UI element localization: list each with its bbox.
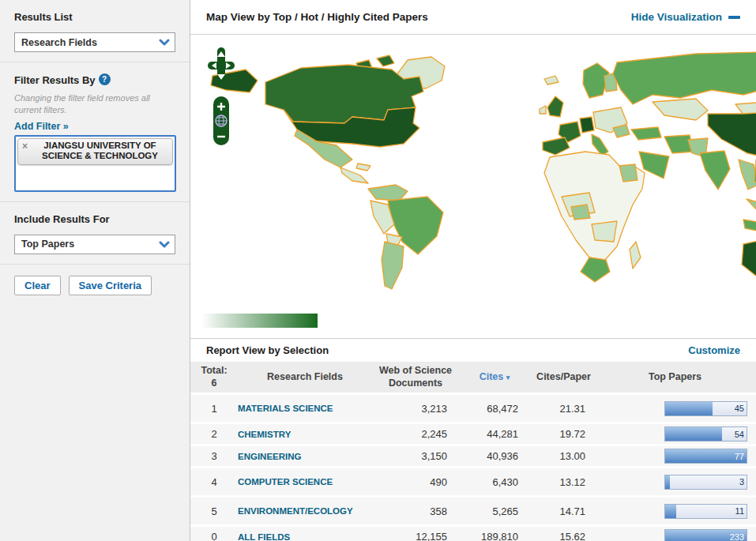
table-row: 1 MATERIALS SCIENCE 3,213 68,472 21.31 4… (190, 395, 756, 422)
zoom-control[interactable] (213, 96, 229, 145)
top-papers-value: 54 (735, 427, 744, 441)
report-title: Report View by Selection (206, 344, 329, 356)
include-results-heading: Include Results For (14, 213, 175, 225)
sidebar-buttons: Clear Save Criteria (0, 265, 190, 306)
map-color-legend (201, 314, 318, 328)
documents-cell: 3,213 (372, 403, 459, 415)
cites-cell: 6,430 (459, 476, 530, 488)
sort-down-icon: ▾ (506, 374, 510, 381)
rank-cell: 0 (190, 531, 238, 541)
field-link[interactable]: ALL FIELDS (238, 532, 372, 541)
cites-cell: 5,265 (459, 505, 530, 517)
results-list-value: Research Fields (21, 37, 97, 48)
cites-paper-cell: 15.62 (530, 531, 597, 541)
table-row: 4 COMPUTER SCIENCE 490 6,430 13.12 3 (190, 468, 756, 495)
total-header: Total: 6 (190, 362, 238, 393)
top-papers-value: 11 (735, 505, 744, 518)
field-link[interactable]: ENVIRONMENT/ECOLOGY (238, 505, 372, 517)
filter-tag-label: JIANGSU UNIVERSITY OF SCIENCE & TECHNOLO… (31, 141, 169, 163)
top-papers-bar: 77 (597, 449, 753, 464)
include-results-value: Top Papers (21, 239, 74, 250)
table-header-row: Total: 6 Research Fields Web of Science … (190, 362, 756, 393)
chevron-down-icon (159, 39, 170, 46)
cites-paper-cell: 13.12 (530, 476, 597, 488)
rank-cell: 3 (190, 450, 238, 462)
esi-page: Results List Research Fields Filter Resu… (0, 0, 756, 541)
results-list-heading: Results List (14, 11, 175, 23)
cites-paper-cell: 13.00 (530, 450, 597, 462)
cites-cell: 68,472 (459, 403, 530, 415)
column-header-research-fields: Research Fields (238, 368, 372, 387)
pan-control[interactable] (208, 47, 235, 84)
top-papers-value: 233 (730, 530, 744, 541)
top-papers-bar: 45 (597, 401, 753, 416)
top-papers-value: 77 (735, 449, 744, 463)
add-filter-link[interactable]: Add Filter » (14, 121, 69, 132)
column-header-documents: Web of Science Documents (372, 362, 459, 393)
report-header: Report View by Selection Customize (190, 338, 756, 362)
documents-cell: 3,150 (372, 450, 459, 462)
rank-cell: 4 (190, 476, 238, 488)
top-papers-bar: 233 (597, 529, 753, 541)
cites-cell: 40,936 (459, 450, 530, 462)
filter-heading: Filter Results By? (14, 73, 175, 86)
cites-cell: 44,281 (459, 428, 530, 440)
total-count: 6 (192, 378, 236, 390)
cites-cell: 189,810 (459, 531, 530, 541)
results-list-section: Results List Research Fields (0, 0, 190, 62)
report-table: Total: 6 Research Fields Web of Science … (190, 362, 756, 541)
cites-paper-cell: 19.72 (530, 428, 597, 440)
column-header-cites[interactable]: Cites ▾ (459, 368, 530, 387)
rank-cell: 5 (190, 505, 238, 517)
filter-tag: × JIANGSU UNIVERSITY OF SCIENCE & TECHNO… (17, 138, 173, 166)
map-header: Map View by Top / Hot / Highly Cited Pap… (190, 0, 756, 35)
sidebar: Results List Research Fields Filter Resu… (0, 0, 190, 541)
hide-visualization-link[interactable]: Hide Visualization (631, 11, 740, 23)
remove-filter-icon[interactable]: × (22, 141, 28, 163)
map-title: Map View by Top / Hot / Highly Cited Pap… (206, 11, 428, 23)
top-papers-value: 3 (739, 475, 744, 489)
filter-section: Filter Results By? Changing the filter f… (0, 62, 190, 202)
table-row: 3 ENGINEERING 3,150 40,936 13.00 77 (190, 446, 756, 466)
top-papers-value: 45 (735, 402, 744, 415)
field-link[interactable]: ENGINEERING (238, 451, 372, 462)
field-link[interactable]: MATERIALS SCIENCE (238, 403, 372, 414)
table-row: 5 ENVIRONMENT/ECOLOGY 358 5,265 14.71 11 (190, 498, 756, 524)
table-row: 0 ALL FIELDS 12,155 189,810 15.62 233 (190, 527, 756, 541)
main-panel: Map View by Top / Hot / Highly Cited Pap… (190, 0, 756, 541)
top-papers-bar: 11 (597, 504, 753, 519)
documents-cell: 490 (372, 476, 459, 488)
map-area (190, 35, 756, 338)
rank-cell: 1 (190, 403, 238, 415)
top-papers-bar: 54 (597, 426, 753, 441)
save-criteria-button[interactable]: Save Criteria (69, 276, 152, 295)
chevron-down-icon (159, 241, 170, 248)
field-link[interactable]: CHEMISTRY (238, 429, 372, 440)
filter-note: Changing the filter field removes all cu… (14, 92, 175, 116)
top-papers-bar: 3 (597, 475, 753, 490)
include-results-dropdown[interactable]: Top Papers (14, 235, 175, 254)
rank-cell: 2 (190, 428, 238, 440)
world-map[interactable] (190, 35, 756, 307)
column-header-top-papers: Top Papers (597, 368, 753, 387)
table-row: 2 CHEMISTRY 2,245 44,281 19.72 54 (190, 424, 756, 444)
filter-box[interactable]: × JIANGSU UNIVERSITY OF SCIENCE & TECHNO… (14, 135, 176, 192)
cites-paper-cell: 21.31 (530, 403, 597, 415)
help-icon[interactable]: ? (99, 73, 111, 85)
include-results-section: Include Results For Top Papers (0, 202, 190, 265)
documents-cell: 2,245 (372, 428, 459, 440)
map-controls (208, 47, 235, 158)
documents-cell: 12,155 (372, 531, 459, 541)
column-header-cites-paper: Cites/Paper (530, 368, 597, 387)
cites-paper-cell: 14.71 (530, 505, 597, 517)
collapse-icon (728, 16, 740, 19)
clear-button[interactable]: Clear (14, 276, 61, 295)
field-link[interactable]: COMPUTER SCIENCE (238, 476, 372, 487)
documents-cell: 358 (372, 505, 459, 517)
customize-link[interactable]: Customize (688, 344, 740, 356)
results-list-dropdown[interactable]: Research Fields (14, 32, 175, 52)
